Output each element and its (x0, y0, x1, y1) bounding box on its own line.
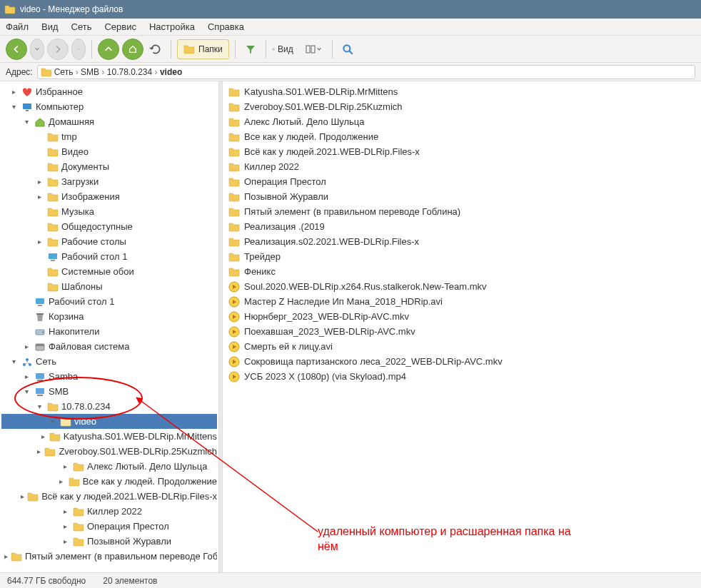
tree-item[interactable]: ▸Всё как у людей.2021.WEB-DLRip.Files-x (1, 489, 217, 504)
tree-item[interactable]: ▾10.78.0.234 (1, 399, 217, 414)
tree-expander[interactable]: ▸ (9, 88, 19, 96)
nav-back-dropdown[interactable] (30, 39, 44, 60)
tree-expander[interactable]: ▸ (21, 343, 31, 350)
filter-button[interactable] (241, 40, 260, 59)
tree-expander[interactable]: ▸ (4, 552, 8, 560)
tree-expander[interactable]: ▾ (21, 387, 31, 395)
tree-item[interactable]: Общедоступные (1, 219, 217, 234)
file-item[interactable]: Soul.2020.WEB-DLRip.x264.Rus.stalkerok.N… (224, 279, 700, 294)
file-item[interactable]: Киллер 2022 (224, 159, 700, 174)
refresh-button[interactable] (146, 40, 165, 59)
tree-expander[interactable]: ▸ (36, 447, 41, 455)
tree-item[interactable]: Накопители (1, 324, 217, 339)
tree-expander[interactable]: ▾ (34, 402, 44, 410)
tree-item[interactable]: ▸Zveroboy.S01.WEB-DLRip.25Kuzmich (1, 444, 217, 459)
sidebar-tree[interactable]: ▸Избранное▾Компьютер▾ДомашняяtmpВидеоДок… (0, 81, 219, 572)
nav-back-button[interactable] (6, 39, 27, 60)
tree-expander[interactable]: ▾ (21, 118, 31, 126)
file-item[interactable]: Реализация .(2019 (224, 219, 700, 234)
menu-item-сеть[interactable]: Сеть (71, 21, 92, 32)
folders-panel-button[interactable]: Папки (177, 39, 229, 59)
tree-item[interactable]: Шаблоны (1, 279, 217, 294)
folder-icon (11, 551, 22, 562)
breadcrumb[interactable]: 10.78.0.234 (107, 67, 152, 77)
tree-item[interactable]: ▸Katyusha.S01.WEB-DLRip.MrMittens (1, 429, 217, 444)
menu-item-вид[interactable]: Вид (41, 21, 59, 32)
tree-item[interactable]: Рабочий стол 1 (1, 249, 217, 264)
tree-item[interactable]: Системные обои (1, 264, 217, 279)
tree-expander[interactable]: ▸ (60, 522, 70, 530)
file-item[interactable]: Всё как у людей.2021.WEB-DLRip.Files-x (224, 144, 700, 159)
tree-item[interactable]: ▸Избранное (1, 84, 217, 99)
tree-expander[interactable]: ▸ (21, 492, 24, 500)
file-item[interactable]: Позывной Журавли (224, 189, 700, 204)
tree-expander[interactable]: ▾ (9, 358, 19, 365)
menu-item-справка[interactable]: Справка (208, 21, 244, 32)
tree-expander[interactable]: ▸ (34, 193, 44, 201)
tree-item[interactable]: ▸Все как у людей. Продолжение (1, 474, 217, 489)
file-item[interactable]: Zveroboy.S01.WEB-DLRip.25Kuzmich (224, 99, 700, 114)
breadcrumb[interactable]: video (160, 67, 182, 77)
tree-expander[interactable]: ▸ (60, 462, 70, 470)
tree-item[interactable]: ▾video (1, 414, 217, 429)
file-item[interactable]: Трейдер (224, 249, 700, 264)
view-mode-button[interactable]: Вид (272, 40, 298, 59)
tree-expander[interactable]: ▸ (60, 507, 70, 515)
breadcrumb[interactable]: Сеть (54, 67, 74, 77)
tree-item[interactable]: ▸Загрузки (1, 174, 217, 189)
nav-home-button[interactable] (122, 39, 143, 60)
tree-item[interactable]: Видео (1, 144, 217, 159)
tree-expander[interactable]: ▸ (60, 537, 70, 545)
address-field[interactable]: Сеть › SMB › 10.78.0.234 › video (37, 65, 695, 79)
tree-item[interactable]: ▸Изображения (1, 189, 217, 204)
tree-item[interactable]: ▾Домашняя (1, 114, 217, 129)
tree-expander[interactable]: ▸ (56, 477, 66, 485)
tree-item[interactable]: Документы (1, 159, 217, 174)
heart-icon (21, 86, 33, 98)
tree-item[interactable]: ▸Позывной Журавли (1, 534, 217, 549)
layout-button[interactable] (301, 40, 326, 59)
menu-item-файл[interactable]: Файл (6, 21, 29, 32)
tree-expander[interactable]: ▸ (34, 178, 44, 186)
nav-forward-button[interactable] (47, 39, 69, 60)
file-item[interactable]: Операция Престол (224, 174, 700, 189)
tree-item[interactable]: Корзина (1, 309, 217, 324)
file-list[interactable]: Katyusha.S01.WEB-DLRip.MrMittensZveroboy… (223, 81, 701, 572)
nav-forward-dropdown[interactable] (71, 39, 86, 60)
tree-item[interactable]: ▸Алекс Лютый. Дело Шульца (1, 459, 217, 474)
tree-item[interactable]: ▸Рабочие столы (1, 234, 217, 249)
tree-item[interactable]: ▾Компьютер (1, 99, 217, 114)
nav-up-button[interactable] (98, 39, 119, 60)
tree-item[interactable]: tmp (1, 129, 217, 144)
tree-item[interactable]: ▾Сеть (1, 354, 217, 369)
file-item[interactable]: УСБ 2023 X (1080p) (via Skyload).mp4 (224, 369, 700, 384)
tree-item[interactable]: ▸Файловая система (1, 339, 217, 354)
file-item[interactable]: Смерть ей к лицу.avi (224, 339, 700, 354)
search-button[interactable] (338, 40, 357, 59)
tree-item[interactable]: ▸Пятый элемент (в правильном переводе Го… (1, 549, 217, 564)
tree-expander[interactable]: ▾ (47, 417, 57, 425)
file-item[interactable]: Поехавшая_2023_WEB-DLRip-AVC.mkv (224, 324, 700, 339)
tree-item[interactable]: ▸Киллер 2022 (1, 504, 217, 519)
file-item[interactable]: Все как у людей. Продолжение (224, 129, 700, 144)
file-item[interactable]: Мастер Z Наследие Ип Мана_2018_HDRip.avi (224, 294, 700, 309)
file-item[interactable]: Реализация.s02.2021.WEB-DLRip.Files-x (224, 234, 700, 249)
file-item[interactable]: Феникс (224, 264, 700, 279)
breadcrumb[interactable]: SMB (81, 67, 99, 77)
file-item[interactable]: Сокровища партизанского леса_2022_WEB-DL… (224, 354, 700, 369)
menu-item-сервис[interactable]: Сервис (104, 21, 136, 32)
tree-expander[interactable]: ▸ (40, 432, 46, 440)
tree-expander[interactable]: ▾ (9, 103, 19, 111)
menu-item-настройка[interactable]: Настройка (149, 21, 195, 32)
tree-expander[interactable]: ▸ (21, 372, 31, 380)
file-item[interactable]: Katyusha.S01.WEB-DLRip.MrMittens (224, 84, 700, 99)
tree-expander[interactable]: ▸ (34, 238, 44, 245)
tree-item[interactable]: ▸Samba (1, 369, 217, 384)
tree-item[interactable]: ▾SMB (1, 384, 217, 399)
file-item[interactable]: Пятый элемент (в правильном переводе Гоб… (224, 204, 700, 219)
tree-item[interactable]: Рабочий стол 1 (1, 294, 217, 309)
tree-item[interactable]: ▸Операция Престол (1, 519, 217, 534)
file-item[interactable]: Алекс Лютый. Дело Шульца (224, 114, 700, 129)
file-item[interactable]: Нюрнберг_2023_WEB-DLRip-AVC.mkv (224, 309, 700, 324)
tree-item[interactable]: Музыка (1, 204, 217, 219)
